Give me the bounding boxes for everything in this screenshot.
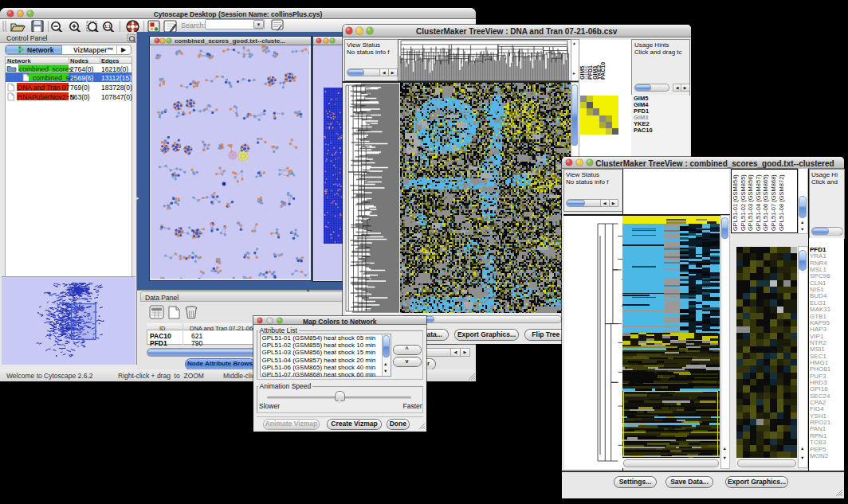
svg-text:GPL51-07 (GSM868): GPL51-07 (GSM868) bbox=[770, 174, 777, 231]
svg-text:GPL51-03 (GSM856): GPL51-03 (GSM856) bbox=[747, 174, 754, 231]
svg-text:GPL51-08 (GSM872): GPL51-08 (GSM872) bbox=[778, 174, 785, 231]
svg-text:1:1: 1:1 bbox=[104, 24, 111, 29]
svg-text:GPL51-04 (GSM857): GPL51-04 (GSM857) bbox=[755, 174, 762, 231]
svg-text:GPL51-01 (GSM854): GPL51-01 (GSM854) bbox=[732, 174, 739, 231]
svg-text:PAC10: PAC10 bbox=[600, 61, 606, 79]
svg-text:GPL51-02 (GSM855): GPL51-02 (GSM855) bbox=[740, 174, 747, 231]
svg-text:GPL51-06 (GSM865): GPL51-06 (GSM865) bbox=[762, 174, 769, 231]
